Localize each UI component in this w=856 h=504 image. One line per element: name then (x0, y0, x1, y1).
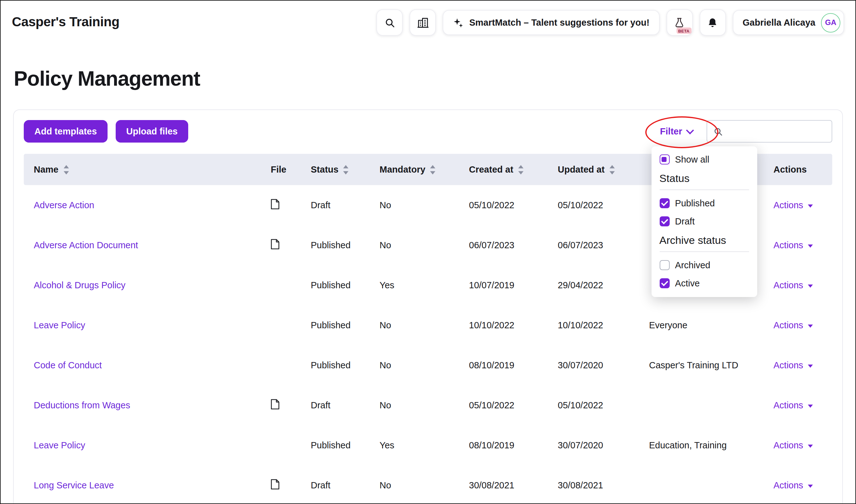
search-button[interactable] (377, 10, 403, 36)
file-cell[interactable] (271, 399, 311, 412)
policy-table-card: Add templates Upload files Filter (13, 109, 843, 504)
created-at-cell: 08/10/2019 (469, 440, 558, 450)
chevron-down-icon (807, 244, 813, 247)
status-cell: Published (311, 440, 379, 450)
sparkle-icon (453, 17, 464, 28)
actions-menu-button[interactable]: Actions (773, 440, 832, 450)
checkbox-unchecked-icon[interactable] (659, 260, 670, 270)
column-header-file: File (271, 164, 311, 175)
sort-icon[interactable] (63, 165, 69, 174)
applies-to-cell: Everyone (649, 320, 773, 330)
created-at-cell: 05/10/2022 (469, 200, 558, 210)
status-cell: Draft (311, 480, 379, 490)
sort-icon[interactable] (343, 165, 349, 174)
actions-label: Actions (773, 360, 803, 370)
created-at-cell: 10/10/2022 (469, 320, 558, 330)
checkbox-checked-icon[interactable] (659, 198, 670, 208)
updated-at-cell: 06/07/2023 (558, 240, 649, 250)
created-at-cell: 08/10/2019 (469, 360, 558, 370)
policy-name-link[interactable]: Adverse Action (34, 200, 271, 210)
file-cell[interactable] (271, 479, 311, 491)
column-header-updated-at[interactable]: Updated at (558, 164, 649, 175)
buildings-icon (417, 17, 429, 29)
status-cell: Published (311, 320, 379, 330)
column-header-created-at[interactable]: Created at (469, 164, 558, 175)
actions-menu-button[interactable]: Actions (773, 200, 832, 210)
file-icon (271, 399, 280, 410)
chevron-down-icon (807, 284, 813, 287)
column-label: Actions (773, 164, 807, 175)
policy-name-link[interactable]: Alcohol & Drugs Policy (34, 280, 271, 290)
policy-name-link[interactable]: Leave Policy (34, 440, 271, 450)
column-label: Name (34, 164, 58, 175)
mandatory-cell: Yes (379, 440, 469, 450)
column-label: Updated at (558, 164, 605, 175)
updated-at-cell: 05/10/2022 (558, 200, 649, 210)
actions-menu-button[interactable]: Actions (773, 320, 832, 330)
table-search-input[interactable] (727, 126, 825, 137)
smartmatch-label: SmartMatch – Talent suggestions for you! (469, 18, 649, 28)
updated-at-cell: 30/07/2020 (558, 440, 649, 450)
policy-name-link[interactable]: Long Service Leave (34, 480, 271, 490)
user-menu-button[interactable]: Gabriella Alicaya GA (732, 10, 844, 35)
column-label: Mandatory (379, 164, 426, 175)
filter-option-archived[interactable]: Archived (659, 260, 749, 270)
table-search-box[interactable] (707, 120, 832, 143)
search-icon (713, 127, 723, 136)
table-row: Long Service Leave Draft No 30/08/2021 3… (24, 465, 832, 504)
policy-name-link[interactable]: Adverse Action Document (34, 240, 271, 250)
file-cell[interactable] (271, 239, 311, 251)
column-header-status[interactable]: Status (311, 164, 379, 175)
policy-name-link[interactable]: Deductions from Wages (34, 400, 271, 410)
policy-name-link[interactable]: Code of Conduct (34, 360, 271, 370)
smartmatch-button[interactable]: SmartMatch – Talent suggestions for you! (443, 10, 659, 35)
mandatory-cell: No (379, 480, 469, 490)
filter-option-label: Published (675, 198, 715, 208)
notifications-button[interactable] (699, 10, 726, 36)
actions-label: Actions (773, 320, 803, 330)
labs-button[interactable]: BETA (666, 10, 693, 36)
filter-option-show-all[interactable]: Show all (659, 155, 749, 164)
actions-menu-button[interactable]: Actions (773, 240, 832, 250)
created-at-cell: 05/10/2022 (469, 400, 558, 410)
updated-at-cell: 05/10/2022 (558, 400, 649, 410)
checkbox-checked-icon[interactable] (659, 216, 670, 227)
sort-icon[interactable] (609, 165, 615, 174)
filter-option-published[interactable]: Published (659, 198, 749, 208)
chevron-down-icon (807, 324, 813, 327)
upload-files-button[interactable]: Upload files (116, 120, 188, 143)
filter-option-draft[interactable]: Draft (659, 216, 749, 227)
top-bar: Casper's Training SmartMatch – Talent su… (1, 1, 855, 42)
actions-menu-button[interactable]: Actions (773, 280, 832, 290)
mandatory-cell: No (379, 240, 469, 250)
filter-button[interactable]: Filter (651, 120, 701, 143)
chevron-down-icon (807, 444, 813, 447)
organisation-button[interactable] (410, 10, 436, 36)
filter-option-label: Draft (675, 216, 695, 227)
actions-menu-button[interactable]: Actions (773, 360, 832, 370)
page-title: Policy Management (14, 67, 855, 91)
status-cell: Published (311, 360, 379, 370)
sort-icon[interactable] (518, 165, 524, 174)
checkbox-indeterminate-icon[interactable] (659, 155, 670, 164)
add-templates-button[interactable]: Add templates (24, 120, 108, 143)
mandatory-cell: Yes (379, 280, 469, 290)
policy-name-link[interactable]: Leave Policy (34, 320, 271, 330)
sort-icon[interactable] (430, 165, 436, 174)
column-header-name[interactable]: Name (34, 164, 271, 175)
column-header-mandatory[interactable]: Mandatory (379, 164, 469, 175)
filter-option-active[interactable]: Active (659, 278, 749, 288)
actions-label: Actions (773, 480, 803, 490)
applies-to-cell: Casper's Training LTD (649, 360, 773, 370)
updated-at-cell: 29/04/2022 (558, 280, 649, 290)
created-at-cell: 06/07/2023 (469, 240, 558, 250)
actions-menu-button[interactable]: Actions (773, 400, 832, 410)
filter-dropdown: Show all Status Published Draft Archive … (651, 146, 757, 297)
checkbox-checked-icon[interactable] (659, 278, 670, 288)
applies-to-cell: Education, Training (649, 440, 773, 450)
filter-section-status: Status (659, 173, 749, 190)
file-cell[interactable] (271, 199, 311, 211)
chevron-down-icon (807, 484, 813, 487)
actions-menu-button[interactable]: Actions (773, 480, 832, 490)
app-window: Casper's Training SmartMatch – Talent su… (0, 0, 856, 504)
